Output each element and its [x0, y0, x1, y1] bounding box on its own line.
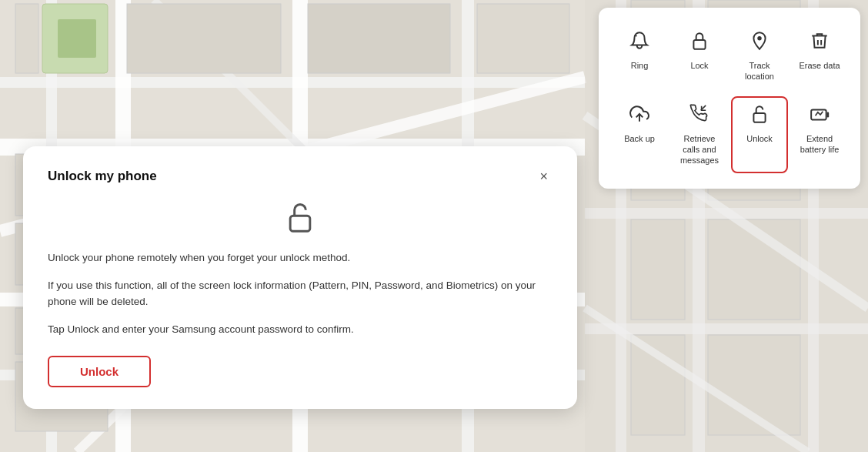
svg-rect-54: [290, 216, 310, 231]
lock-label: Lock: [690, 60, 708, 71]
backup-icon: [629, 104, 649, 129]
modal-title: Unlock my phone: [48, 169, 157, 184]
location-icon: [749, 31, 770, 55]
ring-icon: [629, 31, 649, 55]
modal-body-line2: If you use this function, all of the scr…: [48, 277, 553, 310]
extend-battery-label: Extend battery life: [796, 133, 843, 156]
action-erase-data[interactable]: Erase data: [791, 23, 848, 90]
svg-rect-29: [127, 4, 281, 73]
backup-label: Back up: [624, 133, 655, 144]
modal-body: Unlock your phone remotely when you forg…: [48, 249, 553, 337]
retrieve-calls-label: Retrieve calls and messages: [676, 133, 723, 166]
action-lock[interactable]: Lock: [671, 23, 728, 90]
svg-rect-31: [477, 4, 569, 73]
ring-label: Ring: [631, 60, 649, 71]
svg-rect-52: [811, 109, 826, 119]
unlock-panel-label: Unlock: [746, 133, 773, 144]
action-track-location[interactable]: Track location: [731, 23, 788, 90]
svg-rect-40: [631, 335, 685, 435]
close-button[interactable]: ×: [535, 168, 553, 185]
retrieve-icon: [689, 104, 709, 129]
svg-rect-38: [631, 219, 685, 320]
battery-icon: [810, 104, 830, 129]
modal-body-line1: Unlock your phone remotely when you forg…: [48, 249, 553, 266]
action-retrieve-calls[interactable]: Retrieve calls and messages: [671, 96, 728, 174]
svg-rect-30: [308, 4, 450, 73]
action-backup[interactable]: Back up: [611, 96, 668, 174]
unlock-modal: Unlock my phone × Unlock your phone remo…: [23, 146, 577, 409]
svg-rect-47: [693, 40, 705, 49]
svg-point-48: [757, 36, 761, 40]
svg-point-46: [636, 35, 637, 36]
erase-icon: [810, 31, 830, 55]
erase-data-label: Erase data: [799, 60, 840, 71]
modal-unlock-icon: [283, 200, 317, 234]
svg-rect-28: [15, 4, 38, 73]
action-panel: Ring Lock Track location E: [599, 8, 860, 189]
lock-icon: [689, 31, 709, 55]
action-unlock[interactable]: Unlock: [731, 96, 788, 174]
unlock-icon: [749, 104, 770, 129]
action-extend-battery[interactable]: Extend battery life: [791, 96, 848, 174]
unlock-button[interactable]: Unlock: [48, 356, 151, 387]
modal-icon-area: [48, 200, 553, 234]
modal-body-line3: Tap Unlock and enter your Samsung accoun…: [48, 321, 553, 338]
track-location-label: Track location: [745, 60, 774, 82]
svg-rect-51: [753, 113, 765, 122]
modal-footer: Unlock: [48, 356, 553, 387]
svg-rect-22: [58, 19, 96, 58]
modal-header: Unlock my phone ×: [48, 168, 553, 185]
action-ring[interactable]: Ring: [611, 23, 668, 90]
